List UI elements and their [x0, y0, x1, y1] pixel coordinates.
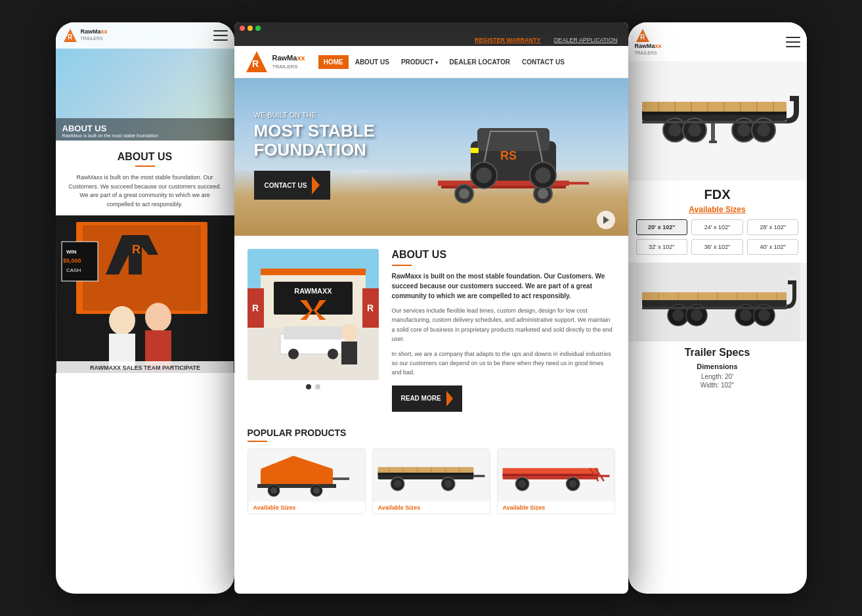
logo-icon: R — [62, 28, 78, 43]
product-image-2 — [373, 449, 490, 502]
svg-point-126 — [691, 309, 702, 321]
left-phone-hero-image: R RawMaxxTRAILERS ABOUT US RawMaxx is bu… — [56, 22, 234, 141]
length-dimension: Length: 20' — [639, 373, 796, 380]
site-logo: R RawMaxxTRAILERS — [245, 50, 305, 74]
trailer-specs-illustration — [636, 263, 800, 341]
register-warranty-link[interactable]: REGISTER WARRANTY — [475, 37, 541, 43]
left-phone-about-title: ABOUT US — [62, 123, 228, 133]
size-40x102[interactable]: 40' x 102" — [747, 239, 799, 255]
browser-topbar — [234, 22, 628, 34]
svg-point-22 — [459, 188, 469, 199]
svg-rect-93 — [642, 102, 787, 112]
browser-maximize-dot[interactable] — [255, 26, 261, 31]
nav-home[interactable]: HOME — [318, 55, 349, 69]
svg-rect-131 — [642, 307, 787, 309]
svg-rect-49 — [284, 326, 343, 340]
left-phone: R RawMaxxTRAILERS ABOUT US RawMaxx is bu… — [56, 22, 234, 594]
vehicle-svg-illustration: RS — [431, 102, 615, 213]
left-phone-about-overlay: ABOUT US RawMaxx is built on the most st… — [56, 118, 234, 141]
svg-point-63 — [313, 487, 320, 494]
available-sizes-heading: Available Sizes — [628, 205, 807, 214]
svg-rect-51 — [341, 341, 357, 364]
nav-dealer[interactable]: DEALER LOCATOR — [444, 55, 515, 69]
svg-point-128 — [740, 309, 752, 321]
svg-point-24 — [538, 188, 548, 199]
fdx-trailer-illustration — [636, 66, 800, 177]
svg-rect-56 — [261, 469, 333, 485]
left-phone-content: ABOUT US RawMaxx is built on the most st… — [56, 141, 234, 215]
nav-contact[interactable]: CONTACT US — [517, 55, 570, 69]
svg-point-61 — [270, 487, 277, 494]
size-36x102[interactable]: 36' x 102" — [691, 239, 743, 255]
svg-point-105 — [688, 123, 701, 137]
svg-point-50 — [341, 324, 357, 342]
svg-text:R: R — [252, 58, 259, 69]
svg-text:R: R — [251, 303, 258, 313]
svg-text:WIN: WIN — [66, 249, 77, 255]
product-link-1[interactable]: Available Sizes — [248, 502, 365, 514]
play-button[interactable] — [597, 211, 615, 229]
product-link-2[interactable]: Available Sizes — [373, 502, 490, 514]
hero-cta-label: CONTACT US — [265, 182, 307, 189]
expo-background: R WIN $5,000 CASH RAWMAXX SALES TEAM PAR… — [56, 215, 234, 373]
specs-section: Trailer Specs Dimensions Length: 20' Wid… — [628, 341, 807, 395]
nav-product[interactable]: PRODUCT — [396, 55, 443, 69]
svg-point-130 — [758, 309, 770, 321]
dot-1[interactable] — [306, 384, 311, 389]
size-24x102[interactable]: 24' x 102" — [691, 219, 743, 235]
image-carousel-dots — [248, 384, 379, 389]
left-phone-section-title: ABOUT US — [66, 151, 224, 163]
svg-rect-66 — [473, 475, 485, 477]
svg-point-84 — [569, 480, 576, 488]
hero-title-line2: FOUNDATION — [254, 140, 366, 160]
dealer-application-link[interactable]: DEALER APPLICATION — [554, 37, 618, 43]
size-20x102[interactable]: 20' x 102" — [636, 219, 688, 235]
product-link-3[interactable]: Available Sizes — [498, 502, 614, 514]
about-image-illustration: RAWMAXX R — [248, 249, 379, 380]
right-phone-logo: R RawMaxxTRAILERS — [635, 28, 662, 56]
svg-rect-25 — [563, 182, 589, 185]
product-card-3: Available Sizes — [497, 449, 615, 514]
right-phone-brand-name: RawMaxxTRAILERS — [635, 43, 662, 56]
about-divider — [392, 265, 412, 266]
right-phone-menu-icon[interactable] — [786, 37, 800, 47]
read-more-button[interactable]: READ MORE — [392, 385, 462, 412]
left-phone-menu-icon[interactable] — [213, 30, 228, 41]
svg-rect-59 — [333, 477, 349, 480]
svg-point-32 — [476, 167, 492, 183]
specs-heading: Trailer Specs — [639, 347, 796, 359]
browser-close-dot[interactable] — [240, 26, 245, 31]
right-phone-header: R RawMaxxTRAILERS — [628, 22, 807, 62]
left-phone-brand-name: RawMaxxTRAILERS — [81, 29, 108, 42]
width-dimension: Width: 102" — [639, 382, 796, 389]
nav-links-container: HOME ABOUT US PRODUCT DEALER LOCATOR CON… — [318, 55, 570, 69]
left-phone-content-text: RawMaxx is built on the most stable foun… — [66, 173, 224, 209]
product-card-1: Available Sizes — [248, 449, 366, 514]
svg-rect-112 — [642, 121, 787, 123]
dimensions-heading: Dimensions — [639, 363, 796, 370]
size-28x102[interactable]: 28' x 102" — [747, 219, 799, 235]
svg-point-13 — [145, 303, 171, 332]
hero-cta-button[interactable]: CONTACT US — [254, 171, 331, 200]
browser-minimize-dot[interactable] — [248, 26, 253, 31]
dot-2[interactable] — [315, 384, 320, 389]
svg-rect-110 — [711, 121, 715, 141]
left-phone-expo-image: R WIN $5,000 CASH RAWMAXX SALES TEAM PAR… — [56, 215, 234, 373]
read-more-arrow-icon — [446, 391, 453, 407]
hero-title: MOST STABLE FOUNDATION — [254, 121, 375, 159]
site-navigation: REGISTER WARRANTY DEALER APPLICATION R R… — [234, 34, 628, 78]
hero-cta-arrow-icon — [312, 176, 320, 194]
right-phone: R RawMaxxTRAILERS — [628, 22, 807, 594]
right-logo-icon: R — [635, 28, 651, 43]
product-card-2: Available Sizes — [372, 449, 490, 514]
size-32x102[interactable]: 32' x 102" — [636, 239, 688, 255]
sizes-grid: 20' x 102" 24' x 102" 28' x 102" 32' x 1… — [628, 219, 807, 263]
svg-text:R: R — [68, 33, 73, 41]
popular-products-title: POPULAR PRODUCTS — [248, 428, 615, 438]
fdx-product-name: FDX — [628, 181, 807, 205]
hero-title-line1: MOST STABLE — [254, 121, 375, 141]
about-image-container: RAWMAXX R — [248, 249, 379, 412]
svg-point-124 — [672, 309, 684, 321]
nav-about[interactable]: ABOUT US — [350, 55, 395, 69]
about-section: RAWMAXX R — [234, 236, 628, 422]
